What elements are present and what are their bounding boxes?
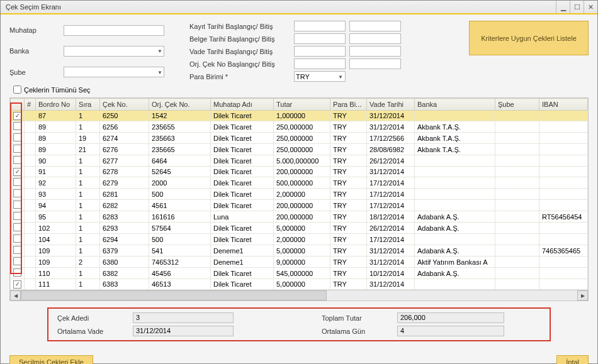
row-checkbox[interactable] [13, 178, 21, 186]
ortalama-gun-label: Ortalama Gün [322, 328, 391, 335]
add-selected-button[interactable]: Seçilmiş Çekleri Ekle [9, 355, 93, 364]
cek-adedi-value: 3 [133, 312, 234, 323]
col-orjcek[interactable]: Orj. Çek No. [149, 99, 211, 111]
belge-to-input[interactable] [349, 33, 401, 44]
table-row[interactable]: 10916379541Deneme15,000000TRY31/12/2014A… [11, 245, 588, 256]
cek-adedi-label: Çek Adedi [57, 314, 127, 322]
cancel-button[interactable]: İptal [556, 355, 589, 364]
col-sube[interactable]: Şube [495, 99, 539, 111]
col-sira[interactable]: Sıra [76, 99, 100, 111]
row-checkbox[interactable] [13, 212, 21, 220]
row-checkbox[interactable]: ✓ [13, 280, 21, 289]
row-checkbox[interactable] [13, 246, 21, 254]
row-checkbox[interactable] [13, 189, 21, 197]
table-row[interactable]: 92162792000Dilek Ticaret500,000000TRY17/… [11, 177, 588, 189]
table-row[interactable]: 10416294500Dilek Ticaret2,000000TRY17/12… [11, 234, 588, 245]
vade-from-input[interactable] [294, 46, 346, 57]
table-row[interactable]: 94162824561Dilek Ticaret200,000000TRY17/… [11, 200, 588, 211]
footer: Seçilmiş Çekleri Ekle İptal [1, 349, 597, 364]
belge-from-input[interactable] [294, 33, 346, 44]
para-select[interactable] [294, 71, 346, 82]
list-checks-button[interactable]: Kriterlere Uygun Çekleri Listele [469, 21, 589, 55]
table-row[interactable]: 109263807465312Deneme19,000000TRY31/12/2… [11, 256, 588, 268]
filters-right: Kriterlere Uygun Çekleri Listele [469, 21, 589, 82]
muhatap-label: Muhatap [9, 26, 60, 34]
row-checkbox[interactable] [13, 257, 21, 265]
summary-box: Çek Adedi 3 Toplam Tutar 206,000 Ortalam… [47, 307, 551, 341]
ortalama-gun-value: 4 [397, 326, 504, 336]
table-row[interactable]: ✓87162501542Dilek Ticaret1,000000TRY31/1… [11, 111, 588, 121]
content-area: Muhatap Banka ▼ Şube ▼ Kayıt Tarihi Başl… [1, 14, 597, 349]
ortalama-vade-label: Ortalama Vade [57, 328, 127, 335]
titlebar: Çek Seçim Ekranı ▁ ☐ ✕ [1, 1, 597, 14]
table-row[interactable]: 9316281500Dilek Ticaret2,000000TRY17/12/… [11, 189, 588, 200]
table-row[interactable]: ✓1111638346513Dilek Ticaret5,000000TRY31… [11, 279, 588, 290]
col-iban[interactable]: IBAN [539, 99, 588, 111]
close-button[interactable]: ✕ [584, 1, 597, 13]
col-banka[interactable]: Banka [415, 99, 495, 111]
vade-to-input[interactable] [349, 46, 401, 57]
banka-select[interactable] [64, 46, 164, 57]
table-row[interactable]: 8916256235655Dilek Ticaret250,000000TRY3… [11, 121, 588, 133]
row-checkbox[interactable] [13, 145, 21, 153]
table-row[interactable]: 90162776464Dilek Ticaret5.000,000000TRY2… [11, 155, 588, 167]
ortalama-vade-value: 31/12/2014 [133, 326, 234, 336]
col-parabi[interactable]: Para Bi... [330, 99, 367, 111]
table-row[interactable]: 9516283161616Luna200,000000TRY18/12/2014… [11, 211, 588, 223]
minimize-button[interactable]: ▁ [556, 1, 570, 13]
kayit-to-input[interactable] [349, 21, 401, 31]
table-row[interactable]: 1021629357564Dilek Ticaret5,000000TRY26/… [11, 223, 588, 234]
scroll-thumb[interactable] [21, 290, 327, 301]
window-title: Çek Seçim Ekranı [1, 1, 556, 13]
kayit-label: Kayıt Tarihi Başlangıç/ Bitiş [189, 23, 290, 30]
sube-label: Şube [9, 69, 60, 76]
table-row[interactable]: ✓911627852645Dilek Ticaret200,000000TRY3… [11, 167, 588, 177]
col-muhatap[interactable]: Muhatap Adı [211, 99, 274, 111]
col-vade[interactable]: Vade Tarihi [367, 99, 415, 111]
col-tutar[interactable]: Tutar [274, 99, 330, 111]
scroll-track[interactable] [21, 290, 577, 301]
horizontal-scrollbar[interactable]: ◀ ▶ [10, 290, 588, 301]
toplam-tutar-value: 206,000 [397, 312, 504, 323]
orjcek-to-input[interactable] [349, 58, 401, 69]
select-all-row[interactable]: Çeklerin Tümünü Seç [13, 85, 589, 94]
select-all-label: Çeklerin Tümünü Seç [24, 86, 91, 94]
grid-table: # Bordro No Sıra Çek No. Orj. Çek No. Mu… [10, 98, 588, 290]
select-all-checkbox[interactable] [13, 85, 21, 94]
banka-label: Banka [9, 47, 60, 55]
filters-left: Muhatap Banka ▼ Şube ▼ [9, 21, 164, 82]
row-checkbox[interactable] [13, 223, 21, 231]
sube-select[interactable] [64, 67, 164, 77]
kayit-from-input[interactable] [294, 21, 346, 31]
row-checkbox[interactable] [13, 268, 21, 277]
filters-mid: Kayıt Tarihi Başlangıç/ Bitiş Belge Tari… [189, 21, 401, 82]
col-bordro[interactable]: Bordro No [36, 99, 76, 111]
orjcek-from-input[interactable] [294, 58, 346, 69]
row-checkbox[interactable]: ✓ [13, 112, 21, 120]
col-hash[interactable]: # [25, 99, 36, 111]
row-checkbox[interactable] [13, 122, 21, 130]
app-window: Çek Seçim Ekranı ▁ ☐ ✕ Muhatap Banka ▼ Ş… [0, 0, 598, 364]
grid-header-row: # Bordro No Sıra Çek No. Orj. Çek No. Mu… [11, 99, 588, 111]
col-cekno[interactable]: Çek No. [100, 99, 149, 111]
filters-row: Muhatap Banka ▼ Şube ▼ Kayıt Tarihi Başl… [9, 21, 589, 82]
maximize-button[interactable]: ☐ [570, 1, 584, 13]
row-checkbox[interactable]: ✓ [13, 168, 21, 176]
toplam-tutar-label: Toplam Tutar [322, 314, 391, 322]
col-checkbox [11, 99, 25, 111]
scroll-left-button[interactable]: ◀ [10, 290, 21, 301]
grid: # Bordro No Sıra Çek No. Orj. Çek No. Mu… [9, 97, 589, 301]
para-label: Para Birimi * [189, 73, 290, 80]
table-row[interactable]: 89216276235665Dilek Ticaret250,000000TRY… [11, 144, 588, 155]
muhatap-input[interactable] [64, 25, 164, 36]
orjcek-label: Orj. Çek No Başlangıç/ Bitiş [189, 60, 290, 68]
scroll-right-button[interactable]: ▶ [577, 290, 588, 301]
vade-label: Vade Tarihi Başlangıç/ Bitiş [189, 48, 290, 55]
row-checkbox[interactable] [13, 234, 21, 243]
row-checkbox[interactable] [13, 133, 21, 141]
row-checkbox[interactable] [13, 156, 21, 164]
row-checkbox[interactable] [13, 201, 21, 209]
table-row[interactable]: 89196274235663Dilek Ticaret250,000000TRY… [11, 133, 588, 144]
table-row[interactable]: 1101638245456Dilek Ticaret545,000000TRY1… [11, 268, 588, 279]
belge-label: Belge Tarihi Başlangıç/ Bitiş [189, 35, 290, 43]
